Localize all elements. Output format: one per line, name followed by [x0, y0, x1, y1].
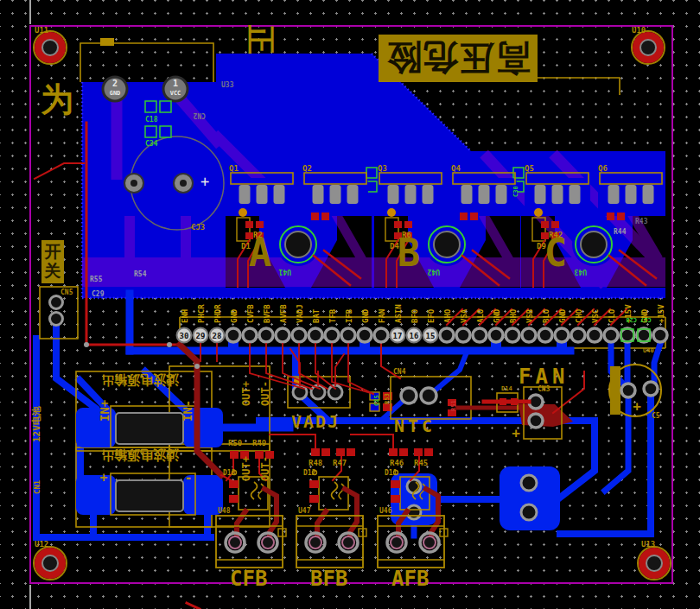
opto-ref: D11: [385, 469, 398, 477]
ntc-label: NTC: [394, 416, 436, 436]
pin-pad: [588, 328, 601, 342]
c27c28-label: C27 C28: [626, 316, 652, 323]
pad1-name-label: VCC: [170, 90, 181, 97]
resistor-ref: R2: [253, 231, 263, 239]
opto-silk: [319, 477, 348, 510]
smd-pad: [311, 213, 319, 220]
diode-ref: D4: [390, 242, 399, 251]
pad2-name-label: GND: [110, 90, 121, 97]
pin-label: GND: [230, 308, 239, 323]
mounting-hole-label: U12: [35, 540, 48, 549]
pin-pad: [276, 328, 290, 342]
resistor-ref: R50: [228, 439, 242, 447]
cj3-label: CJ3: [191, 223, 205, 232]
pin-pad: [620, 328, 634, 342]
out2-minus-label: OUT-: [259, 456, 271, 481]
smd-pad: [617, 213, 625, 220]
cn1-label: CN1: [33, 480, 41, 494]
opto-symbol: [251, 482, 264, 499]
screw-ref: U42: [427, 268, 440, 276]
heatsink-hole-drill: [434, 232, 460, 257]
switch-2-label: 关: [44, 261, 61, 280]
pin-pad: [506, 328, 519, 342]
screw-ref: U43: [574, 268, 587, 276]
transistor-pad: [608, 185, 620, 204]
cn2-faint-label: CN2: [193, 111, 206, 119]
transistor-pad: [330, 185, 341, 204]
transistor-ref: Q4: [451, 164, 461, 173]
c18-label: C18: [145, 116, 158, 124]
screw-ref: U41: [278, 268, 291, 276]
pin-pad: [555, 328, 569, 342]
mounting-hole-label: U10: [632, 26, 646, 35]
transistor-pad: [423, 185, 434, 204]
smd-pad: [321, 213, 329, 220]
smd-pad: [551, 221, 559, 228]
transistor-pad: [552, 185, 563, 204]
pin-label: BFO: [410, 308, 419, 323]
resistor-ref: R49: [252, 439, 266, 447]
pin-pad: [653, 328, 667, 342]
diode-ref: D1: [241, 242, 251, 251]
fuse2-pad-left: [76, 475, 116, 515]
smd-pad: [309, 480, 319, 488]
fb-label: AFB: [391, 567, 429, 591]
pin-label: +15V: [657, 304, 665, 323]
u33-faint-label: U33: [221, 81, 234, 89]
mounting-hole-drill: [42, 40, 58, 55]
pin-pad: [259, 328, 273, 342]
via-pad: [239, 208, 247, 217]
diode-ref: D9: [537, 242, 546, 251]
transistor-pad: [626, 185, 637, 204]
terminal-ref: U48: [218, 507, 231, 515]
resistor-ref: R42: [549, 231, 563, 239]
c34-label: C34: [145, 140, 158, 148]
heatsink-hole-drill: [581, 232, 607, 257]
transistor-pad: [643, 185, 654, 204]
c5-label: C5: [652, 412, 660, 420]
pin-number: 15: [426, 332, 436, 340]
io-header1-label: 滤波电源输出: [101, 372, 180, 388]
pin-pad: [341, 328, 355, 342]
in-minus-label: IN-: [181, 400, 194, 422]
opto-ref: D13: [223, 469, 236, 477]
power-label-label: 12V电池: [31, 406, 42, 442]
pin-pad: [489, 328, 503, 342]
vadj-label: VADJ: [291, 411, 340, 432]
pin-label: PHCR: [197, 304, 206, 323]
pin-pad: [226, 328, 240, 342]
resistor-ref: R6: [402, 231, 411, 239]
transistor-pad: [570, 185, 581, 204]
smd-pad: [229, 495, 239, 503]
transistor-pad: [347, 185, 359, 204]
pcb-editor-canvas[interactable]: +: [0, 0, 700, 609]
transistor-pad: [388, 185, 399, 204]
transistor-pad: [405, 185, 417, 204]
pin-pad: [358, 328, 372, 342]
resistor-ref: R46: [390, 459, 404, 467]
pin-label: IFB: [345, 308, 353, 323]
d14-label: D14: [501, 385, 512, 392]
smd-pad: [404, 221, 412, 228]
via-pad: [534, 208, 543, 217]
switch-1-label: 开: [44, 242, 61, 261]
via-pad: [387, 208, 396, 217]
pin-label: EFO: [427, 308, 436, 323]
pin-label: PHDR: [213, 304, 222, 323]
terminal-pad-inner: [262, 536, 274, 549]
logo-char-label: 为: [41, 80, 73, 118]
fuse1-body: [116, 413, 183, 444]
c30-label: C30: [512, 186, 519, 197]
pin-number: 28: [213, 332, 222, 340]
pin-pad: [522, 328, 536, 342]
pin-pad: [473, 328, 487, 342]
pin-label: TFB: [328, 308, 337, 323]
io-header2-label: 滤波电源输出: [101, 447, 180, 463]
pin-number: 16: [410, 332, 419, 340]
pin-pad: [325, 328, 339, 342]
zheng-label: 正: [244, 24, 278, 54]
smd-pad: [391, 480, 400, 488]
smd-pad: [256, 221, 264, 228]
transistor-pad: [496, 185, 507, 204]
mounting-hole-drill: [646, 555, 662, 571]
